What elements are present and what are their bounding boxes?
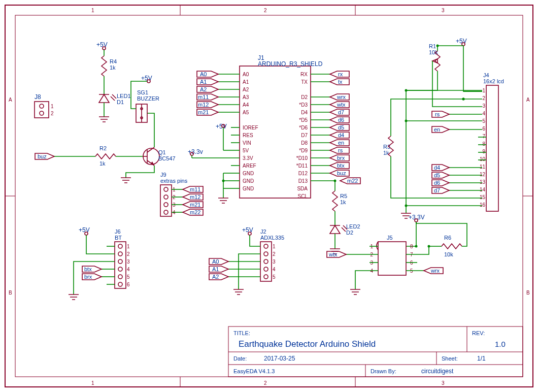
svg-text:A2: A2 [200, 86, 207, 92]
svg-point-151 [118, 259, 122, 264]
svg-point-171 [264, 267, 268, 271]
svg-text:R4: R4 [110, 58, 117, 64]
svg-text:A0: A0 [243, 72, 249, 77]
svg-text:ARDUINO_R3_SHIELD: ARDUINO_R3_SHIELD [258, 60, 323, 68]
svg-text:A1: A1 [243, 79, 249, 85]
svg-text:12: 12 [480, 172, 486, 177]
svg-text:GND: GND [243, 186, 254, 191]
svg-text:IOREF: IOREF [243, 125, 258, 130]
svg-text:*D11: *D11 [296, 163, 308, 169]
svg-text:GND: GND [243, 171, 254, 176]
svg-rect-1 [15, 15, 523, 377]
title-block: TITLE: Earthquake Detector Arduino Shiel… [228, 326, 523, 377]
svg-text:LED2: LED2 [346, 223, 360, 230]
svg-text:circuitdigest: circuitdigest [421, 368, 454, 375]
svg-text:d4: d4 [434, 165, 440, 171]
svg-text:LED1: LED1 [117, 93, 131, 99]
schematic-title: Earthquake Detector Arduino Shield [239, 339, 376, 349]
svg-point-169 [264, 252, 268, 256]
svg-point-170 [264, 259, 268, 264]
svg-text:R6: R6 [444, 235, 451, 241]
svg-text:3: 3 [442, 380, 445, 386]
svg-text:8: 8 [410, 244, 413, 249]
svg-text:+3.3V: +3.3V [409, 214, 425, 221]
svg-point-226 [405, 89, 408, 92]
svg-text:J2: J2 [260, 228, 266, 235]
svg-text:m21: m21 [190, 202, 200, 208]
svg-text:+5V: +5V [242, 226, 253, 234]
svg-text:GND: GND [243, 178, 254, 184]
svg-text:1/1: 1/1 [477, 355, 486, 362]
svg-text:6: 6 [127, 282, 130, 287]
svg-text:d5: d5 [338, 124, 344, 130]
svg-rect-206 [486, 85, 498, 211]
svg-text:*D10: *D10 [296, 155, 308, 161]
svg-point-105 [40, 104, 44, 108]
svg-text:brx: brx [84, 274, 92, 280]
svg-text:buz: buz [337, 170, 346, 176]
svg-text:d7: d7 [434, 187, 440, 193]
svg-text:TITLE:: TITLE: [233, 330, 250, 336]
svg-text:Q1: Q1 [158, 149, 166, 155]
svg-text:3.3V: 3.3V [243, 155, 253, 161]
svg-text:D2: D2 [346, 230, 353, 236]
svg-text:13: 13 [480, 179, 486, 185]
svg-text:extras pins: extras pins [160, 178, 188, 184]
j2-adxl: +5V J2ADXL335 12345 A0 A1 A2 [209, 226, 284, 295]
svg-text:11: 11 [480, 164, 486, 170]
svg-text:R5: R5 [340, 193, 347, 199]
svg-text:TX: TX [301, 79, 308, 85]
svg-text:buz: buz [38, 153, 47, 159]
svg-text:B: B [526, 290, 530, 296]
svg-text:SCL: SCL [298, 193, 308, 199]
svg-point-133 [164, 195, 168, 199]
svg-text:en: en [434, 126, 440, 133]
svg-text:1: 1 [127, 244, 130, 249]
svg-text:m12: m12 [198, 102, 209, 108]
svg-text:AREF: AREF [243, 163, 256, 169]
svg-text:A4: A4 [243, 102, 249, 108]
svg-text:rs: rs [338, 147, 343, 153]
svg-text:A: A [9, 97, 12, 103]
svg-point-168 [264, 244, 268, 248]
svg-text:wrx: wrx [337, 94, 346, 100]
svg-text:BC547: BC547 [158, 155, 176, 161]
svg-text:Drawn By:: Drawn By: [371, 368, 396, 374]
svg-text:8: 8 [482, 141, 485, 147]
buzzer-section: +5V R41k LED1D1 J8 1 2 buz R21k Q1BC547 … [35, 41, 176, 183]
svg-point-132 [164, 187, 168, 191]
svg-text:B: B [9, 290, 12, 296]
svg-point-78 [222, 180, 225, 182]
svg-text:btx: btx [84, 266, 92, 272]
svg-text:7: 7 [482, 134, 485, 139]
svg-text:10: 10 [480, 156, 486, 162]
svg-text:A1: A1 [212, 266, 219, 272]
svg-text:d4: d4 [338, 132, 344, 138]
svg-text:6: 6 [482, 126, 485, 132]
svg-text:d6: d6 [338, 117, 344, 123]
lcd-section: +5V R110k J416x2 lcd 12 34 56 78 910 111… [383, 38, 504, 218]
svg-text:m22: m22 [190, 209, 200, 215]
svg-text:*D6: *D6 [299, 125, 308, 130]
svg-text:ADXL335: ADXL335 [260, 235, 284, 241]
svg-text:tx: tx [338, 79, 343, 85]
svg-text:1: 1 [51, 104, 54, 109]
svg-text:A1: A1 [200, 79, 207, 85]
svg-text:1: 1 [91, 8, 94, 13]
svg-text:SG1: SG1 [137, 89, 148, 95]
svg-text:1k: 1k [99, 160, 106, 167]
svg-text:2: 2 [273, 251, 276, 257]
svg-text:3: 3 [273, 259, 276, 265]
svg-text:EasyEDA V4.1.3: EasyEDA V4.1.3 [233, 368, 275, 374]
svg-text:rx: rx [338, 71, 343, 77]
svg-point-193 [415, 245, 418, 248]
svg-text:3: 3 [127, 259, 130, 265]
svg-text:A2: A2 [243, 87, 249, 92]
svg-text:BUZZER: BUZZER [137, 95, 159, 102]
svg-rect-167 [260, 242, 272, 281]
svg-text:J9: J9 [160, 172, 166, 178]
svg-text:1k: 1k [110, 64, 116, 71]
svg-point-153 [118, 275, 122, 279]
svg-text:m11: m11 [198, 94, 209, 100]
svg-text:REV:: REV: [472, 330, 485, 336]
